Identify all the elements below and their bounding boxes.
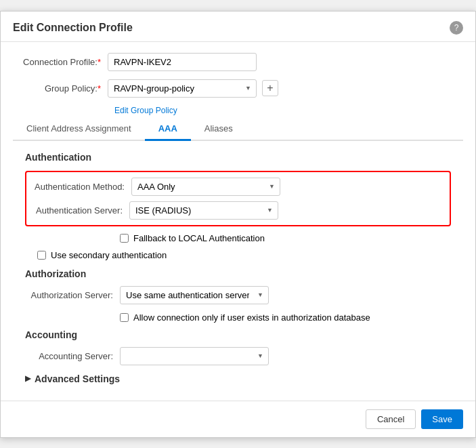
auth-method-select-wrapper: AAA Only Certificate Only Both <box>131 178 280 196</box>
authorization-server-label: Authorization Server: <box>25 290 120 300</box>
auth-method-row: Authentication Method: AAA Only Certific… <box>35 178 441 196</box>
authorization-server-row: Authorization Server: Use same authentic… <box>25 286 451 304</box>
fallback-checkbox[interactable] <box>120 234 129 243</box>
authentication-section-title: Authentication <box>25 152 451 163</box>
auth-method-select[interactable]: AAA Only Certificate Only Both <box>131 178 280 196</box>
fallback-label: Fallback to LOCAL Authentication <box>133 233 265 243</box>
tab-client-address[interactable]: Client Address Assignment <box>13 118 145 141</box>
auth-server-select-wrapper: ISE (RADIUS) LOCAL None <box>129 201 278 220</box>
connection-profile-input[interactable] <box>108 53 257 71</box>
secondary-auth-row: Use secondary authentication <box>37 250 451 260</box>
allow-connection-checkbox[interactable] <box>120 313 129 322</box>
edit-group-policy-link[interactable]: Edit Group Policy <box>114 106 463 115</box>
authentication-highlight-box: Authentication Method: AAA Only Certific… <box>25 171 451 226</box>
advanced-settings-toggle[interactable]: ▶ Advanced Settings <box>25 373 451 384</box>
authorization-server-select[interactable]: Use same authentication server None <box>120 286 269 304</box>
group-policy-row: Group Policy:* RAVPN-group-policy + <box>13 79 463 98</box>
dialog-header: Edit Connection Profile ? <box>1 12 475 42</box>
auth-server-row: Authentication Server: ISE (RADIUS) LOCA… <box>35 201 441 220</box>
cancel-button[interactable]: Cancel <box>366 409 416 429</box>
dialog-body: Connection Profile:* Group Policy:* RAVP… <box>1 42 475 401</box>
group-policy-label: Group Policy:* <box>13 83 108 94</box>
auth-method-label: Authentication Method: <box>35 182 131 192</box>
help-icon[interactable]: ? <box>450 21 463 35</box>
secondary-auth-label: Use secondary authentication <box>51 250 167 260</box>
accounting-server-select-wrapper: ISE (RADIUS) <box>120 347 269 365</box>
allow-connection-label: Allow connection only if user exists in … <box>133 312 370 323</box>
edit-connection-profile-dialog: Edit Connection Profile ? Connection Pro… <box>0 11 476 438</box>
allow-connection-row: Allow connection only if user exists in … <box>120 312 451 323</box>
group-policy-select[interactable]: RAVPN-group-policy <box>108 79 257 98</box>
auth-server-label: Authentication Server: <box>35 205 129 216</box>
fallback-checkbox-row: Fallback to LOCAL Authentication <box>120 233 451 243</box>
accounting-section-title: Accounting <box>25 329 451 340</box>
dialog-footer: Cancel Save <box>1 401 475 437</box>
advanced-arrow-icon: ▶ <box>25 374 30 383</box>
dialog-title: Edit Connection Profile <box>13 22 133 34</box>
tabs-bar: Client Address Assignment AAA Aliases <box>13 118 463 141</box>
accounting-server-select[interactable]: ISE (RADIUS) <box>120 347 269 365</box>
connection-profile-label: Connection Profile:* <box>13 57 108 67</box>
save-button[interactable]: Save <box>421 409 463 429</box>
secondary-auth-checkbox[interactable] <box>37 251 46 260</box>
advanced-settings-label: Advanced Settings <box>35 373 120 384</box>
add-group-policy-button[interactable]: + <box>262 80 278 96</box>
authorization-section-title: Authorization <box>25 268 451 279</box>
authorization-server-select-wrapper: Use same authentication server None <box>120 286 269 304</box>
aaa-tab-content: Authentication Authentication Method: AA… <box>13 141 463 401</box>
connection-profile-row: Connection Profile:* <box>13 53 463 71</box>
group-policy-select-wrapper: RAVPN-group-policy <box>108 79 257 98</box>
accounting-server-row: Accounting Server: ISE (RADIUS) <box>25 347 451 365</box>
auth-server-select[interactable]: ISE (RADIUS) LOCAL None <box>129 201 278 220</box>
accounting-server-label: Accounting Server: <box>25 351 120 361</box>
tab-aliases[interactable]: Aliases <box>191 118 246 141</box>
tab-aaa[interactable]: AAA <box>145 118 191 141</box>
